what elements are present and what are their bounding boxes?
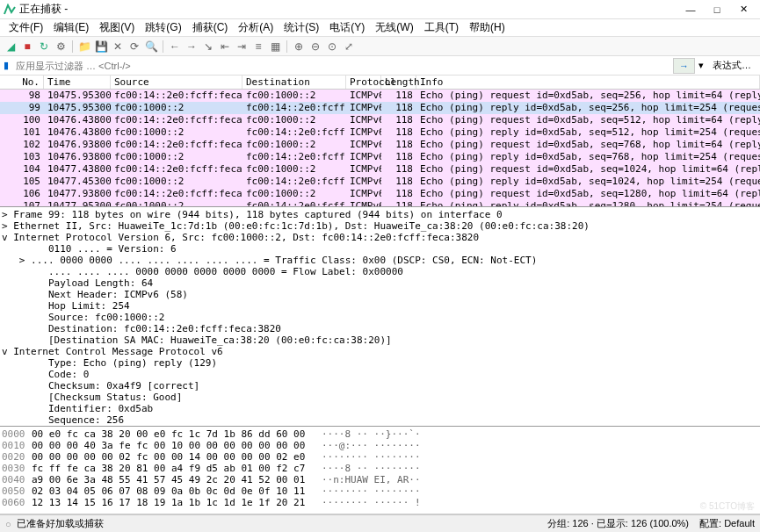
packet-list[interactable]: No. Time Source Destination Protocol Len… — [0, 75, 760, 207]
zoom1-icon[interactable]: ⊙ — [325, 40, 339, 54]
cell-time: 10477.453000 — [44, 176, 111, 188]
cell-proto: ICMPv6 — [346, 102, 381, 114]
hex-line[interactable]: 006012 13 14 15 16 17 18 19 1a 1b 1c 1d … — [2, 497, 758, 508]
colorize-icon[interactable]: ▦ — [268, 40, 282, 54]
filter-input[interactable] — [12, 58, 670, 74]
hex-line[interactable]: 000000 e0 fc ca 38 20 00 e0 fc 1c 7d 1b … — [2, 428, 758, 440]
hex-line[interactable]: 005002 03 04 05 06 07 08 09 0a 0b 0c 0d … — [2, 485, 758, 497]
menu-item-8[interactable]: 无线(W) — [370, 18, 418, 37]
packet-row[interactable]: 10310476.938000fc00:1000::2fc00:14::2e0:… — [0, 151, 760, 163]
col-len[interactable]: Length — [381, 75, 416, 89]
detail-line[interactable]: Source: fc00:1000::2 — [2, 312, 758, 323]
zoomin-icon[interactable]: ⊕ — [292, 40, 306, 54]
cell-info: Echo (ping) request id=0xd5ab, seq=256, … — [416, 90, 760, 102]
cell-info: Echo (ping) reply id=0xd5ab, seq=256, ho… — [416, 102, 760, 114]
detail-line[interactable]: Identifier: 0xd5ab — [2, 403, 758, 414]
maximize-button[interactable]: □ — [704, 2, 730, 18]
col-src[interactable]: Source — [111, 75, 242, 89]
menu-item-5[interactable]: 分析(A) — [233, 18, 279, 37]
cell-time: 10476.938000 — [44, 139, 111, 151]
close-button[interactable]: ✕ — [730, 2, 756, 18]
packet-row[interactable]: 9910475.953000fc00:1000::2fc00:14::2e0:f… — [0, 102, 760, 114]
close-icon[interactable]: ✕ — [111, 40, 125, 54]
detail-line[interactable]: .... .... .... 0000 0000 0000 0000 0000 … — [2, 266, 758, 277]
detail-line[interactable]: v Internet Control Message Protocol v6 — [2, 346, 758, 357]
detail-line[interactable]: Hop Limit: 254 — [2, 300, 758, 312]
back-icon[interactable]: ← — [168, 40, 182, 54]
hex-bytes: 00 e0 fc ca 38 20 00 e0 fc 1c 7d 1b 86 d… — [32, 428, 322, 440]
resize-icon[interactable]: ⤢ — [342, 40, 356, 54]
packet-row[interactable]: 10710477.953000fc00:1000::2fc00:14::2e0:… — [0, 200, 760, 207]
hex-pane[interactable]: 000000 e0 fc ca 38 20 00 e0 fc 1c 7d 1b … — [0, 427, 760, 514]
menu-item-1[interactable]: 编辑(E) — [48, 18, 94, 37]
menu-item-10[interactable]: 帮助(H) — [464, 18, 510, 37]
cell-dst: fc00:14::2e0:fcff:f… — [242, 200, 346, 207]
options-icon[interactable]: ⚙ — [54, 40, 68, 54]
status-icon[interactable]: ○ — [5, 519, 11, 529]
autoscroll-icon[interactable]: ≡ — [251, 40, 265, 54]
detail-line[interactable]: v Internet Protocol Version 6, Src: fc00… — [2, 232, 758, 243]
packet-row[interactable]: 10210476.938000fc00:14::2e0:fcff:feca:38… — [0, 139, 760, 151]
menu-item-3[interactable]: 跳转(G) — [140, 18, 186, 37]
save-icon[interactable]: 💾 — [94, 40, 108, 54]
detail-line[interactable]: Payload Length: 64 — [2, 277, 758, 289]
detail-line[interactable]: > Frame 99: 118 bytes on wire (944 bits)… — [2, 209, 758, 220]
apply-filter-button[interactable]: → — [673, 58, 695, 74]
detail-line[interactable]: Type: Echo (ping) reply (129) — [2, 357, 758, 369]
packet-row[interactable]: 10510477.453000fc00:1000::2fc00:14::2e0:… — [0, 176, 760, 188]
open-icon[interactable]: 📁 — [77, 40, 91, 54]
col-time[interactable]: Time — [44, 75, 111, 89]
menu-item-7[interactable]: 电话(Y) — [324, 18, 370, 37]
cell-proto: ICMPv6 — [346, 188, 381, 200]
minimize-button[interactable]: — — [677, 2, 704, 18]
zoomout-icon[interactable]: ⊖ — [308, 40, 322, 54]
restart-icon[interactable]: ↻ — [37, 40, 51, 54]
cell-proto: ICMPv6 — [346, 114, 381, 126]
menu-item-4[interactable]: 捕获(C) — [187, 18, 234, 37]
detail-line[interactable]: Destination: fc00:14::2e0:fcff:feca:3820 — [2, 323, 758, 334]
detail-line[interactable]: Next Header: ICMPv6 (58) — [2, 289, 758, 300]
reload-icon[interactable]: ⟳ — [127, 40, 141, 54]
packet-row[interactable]: 10610477.938000fc00:14::2e0:fcff:feca:38… — [0, 188, 760, 200]
detail-line[interactable]: [Destination SA MAC: HuaweiTe_ca:38:20 (… — [2, 334, 758, 346]
col-info[interactable]: Info — [416, 75, 760, 89]
packet-row[interactable]: 10110476.438000fc00:1000::2fc00:14::2e0:… — [0, 126, 760, 139]
fwd-icon[interactable]: → — [185, 40, 199, 54]
col-no[interactable]: No. — [0, 75, 44, 89]
expression-button[interactable]: 表达式… — [707, 58, 756, 73]
cell-len: 118 — [381, 176, 416, 188]
cell-dst: fc00:14::2e0:fcff:f… — [242, 102, 346, 114]
packet-row[interactable]: 9810475.953000fc00:14::2e0:fcff:feca:38…… — [0, 90, 760, 102]
detail-line[interactable]: Code: 0 — [2, 369, 758, 380]
stop-icon[interactable]: ■ — [20, 40, 34, 54]
detail-line[interactable]: > .... 0000 0000 .... .... .... .... ...… — [2, 255, 758, 266]
packet-details[interactable]: > Frame 99: 118 bytes on wire (944 bits)… — [0, 207, 760, 427]
detail-line[interactable]: > Ethernet II, Src: HuaweiTe_1c:7d:1b (0… — [2, 220, 758, 232]
col-dst[interactable]: Destination — [242, 75, 346, 89]
menu-item-0[interactable]: 文件(F) — [4, 18, 48, 37]
status-profile[interactable]: 配置: Default — [699, 517, 755, 530]
menu-item-6[interactable]: 统计(S) — [279, 18, 324, 37]
hex-ascii: ········ ······ ! — [322, 497, 758, 508]
menu-item-9[interactable]: 工具(T) — [419, 18, 464, 37]
detail-line[interactable]: Sequence: 256 — [2, 414, 758, 426]
goto-icon[interactable]: ↘ — [201, 40, 215, 54]
detail-line[interactable]: [Checksum Status: Good] — [2, 392, 758, 403]
menu-item-2[interactable]: 视图(V) — [94, 18, 140, 37]
first-icon[interactable]: ⇤ — [218, 40, 232, 54]
col-proto[interactable]: Protocol — [346, 75, 381, 89]
find-icon[interactable]: 🔍 — [144, 40, 158, 54]
packet-row[interactable]: 10010476.438000fc00:14::2e0:fcff:feca:38… — [0, 114, 760, 126]
packet-row[interactable]: 10410477.438000fc00:14::2e0:fcff:feca:38… — [0, 163, 760, 176]
bookmark-icon[interactable]: ▮ — [4, 60, 9, 71]
hex-line[interactable]: 0040a9 00 6e 3a 48 55 41 57 45 49 2c 20 … — [2, 474, 758, 485]
hex-line[interactable]: 001000 00 00 40 3a fe fc 00 10 00 00 00 … — [2, 440, 758, 451]
detail-line[interactable]: Checksum: 0xa4f9 [correct] — [2, 380, 758, 392]
hex-line[interactable]: 002000 00 00 00 00 02 fc 00 00 14 00 00 … — [2, 451, 758, 463]
last-icon[interactable]: ⇥ — [235, 40, 249, 54]
shark-icon[interactable]: ◢ — [4, 40, 18, 54]
detail-line[interactable]: 0110 .... = Version: 6 — [2, 243, 758, 255]
hex-line[interactable]: 0030fc ff fe ca 38 20 81 00 a4 f9 d5 ab … — [2, 463, 758, 474]
hex-offset: 0050 — [2, 485, 32, 497]
clear-filter-button[interactable]: ▾ — [698, 60, 704, 71]
